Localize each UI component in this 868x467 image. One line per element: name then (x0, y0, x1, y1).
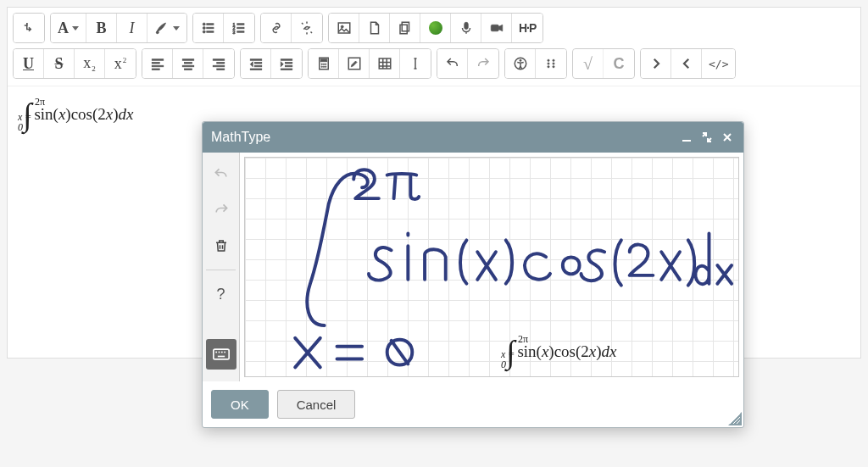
unlink-button[interactable] (292, 14, 322, 42)
insert-table-button[interactable] (370, 49, 400, 78)
unordered-list-button[interactable] (193, 14, 224, 42)
image-icon (337, 20, 352, 36)
svg-rect-30 (217, 69, 225, 70)
svg-rect-27 (213, 59, 225, 61)
text-color-dropdown[interactable] (147, 14, 186, 42)
handwriting-clear-button[interactable] (206, 231, 236, 261)
copy-icon (398, 20, 413, 36)
font-family-dropdown[interactable]: A (51, 14, 86, 42)
file-icon (367, 20, 382, 36)
indent-icon (279, 56, 294, 71)
braille-icon (543, 56, 559, 71)
calculator-button[interactable] (309, 49, 339, 78)
redo-icon (213, 202, 230, 219)
integral-lower-bound: x = 0 (501, 349, 515, 370)
modal-maximize-button[interactable] (699, 130, 715, 145)
redo-icon (476, 56, 491, 71)
text-cursor-button[interactable] (400, 49, 431, 78)
handwriting-help-button[interactable]: ? (206, 279, 236, 309)
edit-button[interactable] (339, 49, 370, 78)
svg-rect-2 (206, 24, 213, 25)
link-icon (269, 20, 284, 36)
redo-button[interactable] (468, 49, 498, 78)
svg-point-0 (156, 31, 159, 34)
next-button[interactable] (641, 49, 671, 78)
align-left-button[interactable] (142, 49, 173, 78)
chem-button[interactable]: C (604, 49, 634, 78)
braille-button[interactable] (536, 49, 566, 78)
cancel-button-label: Cancel (297, 398, 337, 412)
record-audio-button[interactable] (451, 14, 481, 42)
handwriting-redo-button[interactable] (206, 195, 236, 225)
underline-button[interactable]: U (14, 49, 44, 78)
html-source-button[interactable]: </> (702, 49, 735, 78)
video-icon (489, 20, 504, 36)
record-video-button[interactable] (481, 14, 512, 42)
bold-button[interactable]: B (86, 14, 117, 42)
svg-rect-48 (379, 58, 391, 69)
keyboard-mode-button[interactable] (206, 339, 236, 370)
insert-image-button[interactable] (329, 14, 359, 42)
italic-button[interactable]: I (117, 14, 147, 42)
svg-rect-17 (464, 22, 468, 29)
modal-resize-handle[interactable] (728, 412, 742, 425)
ordered-list-button[interactable]: 123 (224, 14, 254, 42)
svg-rect-32 (254, 63, 261, 64)
undo-button[interactable] (437, 49, 468, 78)
copy-document-button[interactable] (390, 14, 420, 42)
handwriting-canvas[interactable]: ∫ 2π x = 0 sin(x)cos(2x)dx (244, 157, 739, 377)
kaltura-button[interactable] (420, 14, 451, 42)
align-center-button[interactable] (173, 49, 203, 78)
italic-icon: I (130, 19, 135, 37)
expand-toolbar-button[interactable] (14, 14, 44, 42)
modal-button-row: OK Cancel (203, 381, 743, 427)
link-button[interactable] (261, 14, 292, 42)
integrand: sin(x)cos(2x)dx (34, 105, 133, 124)
integral-symbol: ∫ 2π x = 0 (506, 336, 515, 368)
modal-minimize-button[interactable] (679, 130, 694, 145)
strikethrough-button[interactable]: S (44, 49, 75, 78)
h5p-icon: H·P (519, 21, 536, 35)
accessibility-button[interactable] (505, 49, 536, 78)
numbered-list-icon: 123 (231, 20, 247, 36)
chevron-left-icon (679, 56, 694, 71)
prev-button[interactable] (671, 49, 702, 78)
subscript-button[interactable]: x2 (75, 49, 105, 78)
accessibility-icon (513, 56, 528, 71)
modal-title: MathType (211, 130, 270, 145)
outdent-icon (248, 56, 264, 71)
h5p-button[interactable]: H·P (512, 14, 542, 42)
cancel-button[interactable]: Cancel (277, 390, 356, 419)
svg-point-45 (323, 66, 325, 68)
kaltura-icon (429, 21, 442, 35)
ok-button[interactable]: OK (211, 390, 269, 419)
undo-icon (445, 56, 460, 71)
svg-rect-24 (184, 63, 192, 64)
handwriting-undo-button[interactable] (206, 159, 236, 190)
align-center-icon (181, 56, 196, 71)
superscript-button[interactable]: x2 (105, 49, 136, 78)
svg-rect-25 (182, 65, 194, 67)
integral-upper-bound: 2π (518, 334, 528, 344)
modal-titlebar[interactable]: MathType (203, 122, 743, 153)
svg-point-55 (553, 63, 554, 64)
sqrt-icon: √ (583, 54, 593, 74)
svg-rect-10 (237, 27, 244, 29)
code-icon: </> (709, 58, 728, 70)
outdent-button[interactable] (241, 49, 271, 78)
modal-close-button[interactable] (720, 130, 735, 145)
bold-icon: B (96, 19, 106, 37)
indent-button[interactable] (271, 49, 302, 78)
insert-file-button[interactable] (359, 14, 390, 42)
pencil-square-icon (347, 56, 362, 71)
math-sqrt-button[interactable]: √ (573, 49, 604, 78)
svg-rect-6 (206, 31, 213, 33)
chevron-right-icon (648, 56, 664, 71)
svg-rect-23 (182, 59, 194, 61)
svg-rect-26 (184, 69, 192, 70)
recognized-equation-preview: ∫ 2π x = 0 sin(x)cos(2x)dx (506, 336, 726, 368)
inserted-math-equation[interactable]: ∫ 2π x = 0 sin(x)cos(2x)dx (23, 98, 134, 131)
text-cursor-icon (408, 56, 423, 71)
help-icon: ? (216, 286, 225, 303)
align-right-button[interactable] (203, 49, 234, 78)
